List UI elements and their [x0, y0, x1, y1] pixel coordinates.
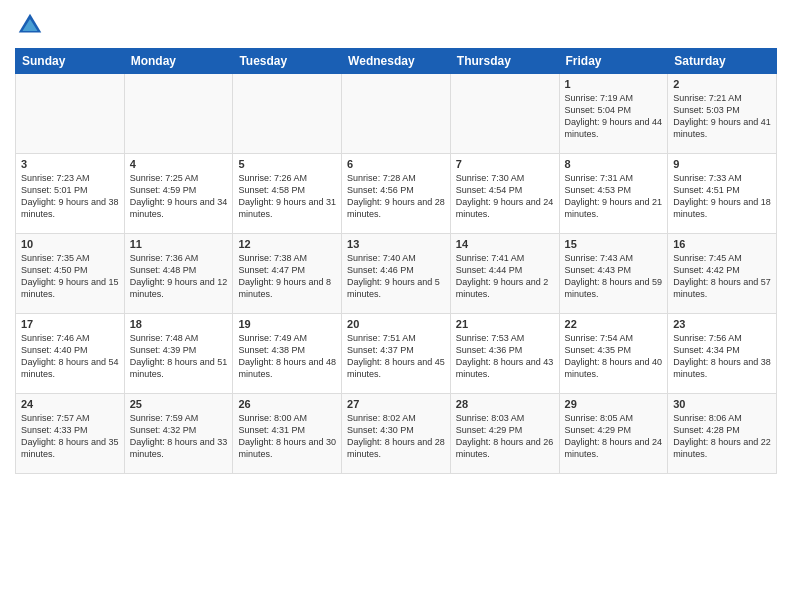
day-info: Sunrise: 7:46 AM Sunset: 4:40 PM Dayligh…	[21, 332, 119, 381]
day-info: Sunrise: 8:05 AM Sunset: 4:29 PM Dayligh…	[565, 412, 663, 461]
calendar-cell: 8Sunrise: 7:31 AM Sunset: 4:53 PM Daylig…	[559, 154, 668, 234]
day-number: 8	[565, 158, 663, 170]
day-number: 15	[565, 238, 663, 250]
day-info: Sunrise: 7:23 AM Sunset: 5:01 PM Dayligh…	[21, 172, 119, 221]
calendar-cell: 16Sunrise: 7:45 AM Sunset: 4:42 PM Dayli…	[668, 234, 777, 314]
day-number: 30	[673, 398, 771, 410]
calendar-header-row: SundayMondayTuesdayWednesdayThursdayFrid…	[16, 49, 777, 74]
day-info: Sunrise: 8:03 AM Sunset: 4:29 PM Dayligh…	[456, 412, 554, 461]
calendar-cell	[450, 74, 559, 154]
day-number: 24	[21, 398, 119, 410]
day-info: Sunrise: 7:54 AM Sunset: 4:35 PM Dayligh…	[565, 332, 663, 381]
day-number: 19	[238, 318, 336, 330]
day-number: 28	[456, 398, 554, 410]
day-number: 17	[21, 318, 119, 330]
calendar-cell: 3Sunrise: 7:23 AM Sunset: 5:01 PM Daylig…	[16, 154, 125, 234]
calendar-cell: 4Sunrise: 7:25 AM Sunset: 4:59 PM Daylig…	[124, 154, 233, 234]
day-info: Sunrise: 7:28 AM Sunset: 4:56 PM Dayligh…	[347, 172, 445, 221]
header	[15, 10, 777, 40]
calendar-cell: 2Sunrise: 7:21 AM Sunset: 5:03 PM Daylig…	[668, 74, 777, 154]
calendar-cell: 22Sunrise: 7:54 AM Sunset: 4:35 PM Dayli…	[559, 314, 668, 394]
day-info: Sunrise: 7:56 AM Sunset: 4:34 PM Dayligh…	[673, 332, 771, 381]
calendar-cell: 25Sunrise: 7:59 AM Sunset: 4:32 PM Dayli…	[124, 394, 233, 474]
day-number: 22	[565, 318, 663, 330]
day-info: Sunrise: 8:00 AM Sunset: 4:31 PM Dayligh…	[238, 412, 336, 461]
day-info: Sunrise: 7:36 AM Sunset: 4:48 PM Dayligh…	[130, 252, 228, 301]
calendar-cell: 29Sunrise: 8:05 AM Sunset: 4:29 PM Dayli…	[559, 394, 668, 474]
day-info: Sunrise: 7:59 AM Sunset: 4:32 PM Dayligh…	[130, 412, 228, 461]
calendar-cell: 1Sunrise: 7:19 AM Sunset: 5:04 PM Daylig…	[559, 74, 668, 154]
calendar-cell: 17Sunrise: 7:46 AM Sunset: 4:40 PM Dayli…	[16, 314, 125, 394]
calendar: SundayMondayTuesdayWednesdayThursdayFrid…	[15, 48, 777, 474]
day-info: Sunrise: 7:49 AM Sunset: 4:38 PM Dayligh…	[238, 332, 336, 381]
calendar-cell	[233, 74, 342, 154]
day-number: 14	[456, 238, 554, 250]
day-number: 29	[565, 398, 663, 410]
calendar-cell: 14Sunrise: 7:41 AM Sunset: 4:44 PM Dayli…	[450, 234, 559, 314]
logo-icon	[15, 10, 45, 40]
calendar-cell: 26Sunrise: 8:00 AM Sunset: 4:31 PM Dayli…	[233, 394, 342, 474]
day-info: Sunrise: 7:30 AM Sunset: 4:54 PM Dayligh…	[456, 172, 554, 221]
day-info: Sunrise: 7:45 AM Sunset: 4:42 PM Dayligh…	[673, 252, 771, 301]
day-number: 20	[347, 318, 445, 330]
calendar-cell: 30Sunrise: 8:06 AM Sunset: 4:28 PM Dayli…	[668, 394, 777, 474]
calendar-cell: 27Sunrise: 8:02 AM Sunset: 4:30 PM Dayli…	[342, 394, 451, 474]
day-number: 21	[456, 318, 554, 330]
day-number: 7	[456, 158, 554, 170]
calendar-cell: 10Sunrise: 7:35 AM Sunset: 4:50 PM Dayli…	[16, 234, 125, 314]
calendar-cell: 20Sunrise: 7:51 AM Sunset: 4:37 PM Dayli…	[342, 314, 451, 394]
calendar-week-row: 1Sunrise: 7:19 AM Sunset: 5:04 PM Daylig…	[16, 74, 777, 154]
day-info: Sunrise: 7:43 AM Sunset: 4:43 PM Dayligh…	[565, 252, 663, 301]
calendar-week-row: 17Sunrise: 7:46 AM Sunset: 4:40 PM Dayli…	[16, 314, 777, 394]
day-of-week-header: Tuesday	[233, 49, 342, 74]
day-info: Sunrise: 8:06 AM Sunset: 4:28 PM Dayligh…	[673, 412, 771, 461]
day-number: 12	[238, 238, 336, 250]
day-info: Sunrise: 7:25 AM Sunset: 4:59 PM Dayligh…	[130, 172, 228, 221]
calendar-cell	[124, 74, 233, 154]
day-number: 11	[130, 238, 228, 250]
day-info: Sunrise: 7:51 AM Sunset: 4:37 PM Dayligh…	[347, 332, 445, 381]
day-of-week-header: Wednesday	[342, 49, 451, 74]
day-of-week-header: Thursday	[450, 49, 559, 74]
calendar-cell: 15Sunrise: 7:43 AM Sunset: 4:43 PM Dayli…	[559, 234, 668, 314]
calendar-cell: 13Sunrise: 7:40 AM Sunset: 4:46 PM Dayli…	[342, 234, 451, 314]
calendar-week-row: 10Sunrise: 7:35 AM Sunset: 4:50 PM Dayli…	[16, 234, 777, 314]
page: SundayMondayTuesdayWednesdayThursdayFrid…	[0, 0, 792, 612]
day-number: 1	[565, 78, 663, 90]
day-number: 2	[673, 78, 771, 90]
calendar-cell: 12Sunrise: 7:38 AM Sunset: 4:47 PM Dayli…	[233, 234, 342, 314]
day-info: Sunrise: 7:19 AM Sunset: 5:04 PM Dayligh…	[565, 92, 663, 141]
day-info: Sunrise: 7:48 AM Sunset: 4:39 PM Dayligh…	[130, 332, 228, 381]
calendar-cell: 6Sunrise: 7:28 AM Sunset: 4:56 PM Daylig…	[342, 154, 451, 234]
calendar-week-row: 24Sunrise: 7:57 AM Sunset: 4:33 PM Dayli…	[16, 394, 777, 474]
day-info: Sunrise: 7:57 AM Sunset: 4:33 PM Dayligh…	[21, 412, 119, 461]
day-of-week-header: Friday	[559, 49, 668, 74]
calendar-cell: 24Sunrise: 7:57 AM Sunset: 4:33 PM Dayli…	[16, 394, 125, 474]
day-number: 23	[673, 318, 771, 330]
day-info: Sunrise: 8:02 AM Sunset: 4:30 PM Dayligh…	[347, 412, 445, 461]
day-number: 10	[21, 238, 119, 250]
day-info: Sunrise: 7:38 AM Sunset: 4:47 PM Dayligh…	[238, 252, 336, 301]
day-info: Sunrise: 7:35 AM Sunset: 4:50 PM Dayligh…	[21, 252, 119, 301]
calendar-cell: 11Sunrise: 7:36 AM Sunset: 4:48 PM Dayli…	[124, 234, 233, 314]
day-of-week-header: Sunday	[16, 49, 125, 74]
day-info: Sunrise: 7:33 AM Sunset: 4:51 PM Dayligh…	[673, 172, 771, 221]
calendar-cell	[16, 74, 125, 154]
logo	[15, 10, 49, 40]
calendar-week-row: 3Sunrise: 7:23 AM Sunset: 5:01 PM Daylig…	[16, 154, 777, 234]
day-of-week-header: Monday	[124, 49, 233, 74]
calendar-cell: 9Sunrise: 7:33 AM Sunset: 4:51 PM Daylig…	[668, 154, 777, 234]
day-number: 27	[347, 398, 445, 410]
calendar-cell: 7Sunrise: 7:30 AM Sunset: 4:54 PM Daylig…	[450, 154, 559, 234]
day-number: 6	[347, 158, 445, 170]
day-number: 3	[21, 158, 119, 170]
day-number: 13	[347, 238, 445, 250]
day-of-week-header: Saturday	[668, 49, 777, 74]
day-number: 9	[673, 158, 771, 170]
day-number: 5	[238, 158, 336, 170]
calendar-cell	[342, 74, 451, 154]
day-number: 26	[238, 398, 336, 410]
day-number: 16	[673, 238, 771, 250]
day-number: 25	[130, 398, 228, 410]
day-info: Sunrise: 7:40 AM Sunset: 4:46 PM Dayligh…	[347, 252, 445, 301]
